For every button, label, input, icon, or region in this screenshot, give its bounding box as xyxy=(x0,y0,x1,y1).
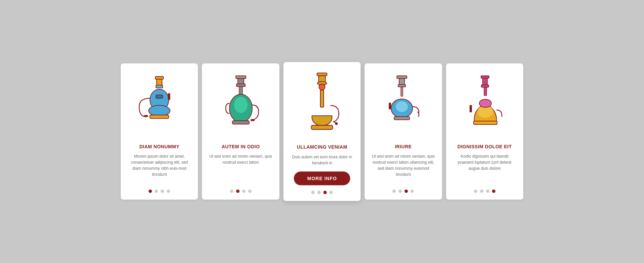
card-5-icon xyxy=(453,71,517,139)
card-4: IRIURE Ut wisi enim ad minim veniam, qui… xyxy=(365,63,442,200)
svg-rect-17 xyxy=(317,73,327,75)
dot-active xyxy=(236,190,239,193)
svg-point-14 xyxy=(234,97,248,113)
dot xyxy=(242,190,246,193)
svg-rect-27 xyxy=(401,87,403,96)
dot xyxy=(167,190,170,193)
svg-rect-1 xyxy=(157,79,162,85)
dot-active xyxy=(323,191,327,194)
dot xyxy=(480,190,483,193)
dot-active xyxy=(492,190,495,193)
svg-rect-38 xyxy=(474,121,497,124)
svg-rect-39 xyxy=(470,105,472,112)
svg-rect-7 xyxy=(144,115,148,117)
card-3: ULLAMCING VENIAM Duis autem vel eum iriu… xyxy=(283,62,361,201)
svg-rect-31 xyxy=(389,103,391,109)
svg-rect-6 xyxy=(150,115,169,118)
svg-rect-22 xyxy=(311,125,333,129)
dot xyxy=(155,190,158,193)
dot xyxy=(392,190,396,193)
card-1-title: DIAM NONUMMY xyxy=(139,144,179,149)
card-5-dots xyxy=(474,190,495,193)
svg-rect-16 xyxy=(251,119,255,121)
card-2-icon xyxy=(209,71,272,139)
dot xyxy=(411,190,414,193)
svg-point-37 xyxy=(479,99,491,107)
card-3-dots xyxy=(311,191,333,194)
card-3-desc: Duis autem vel eum iriure dolor in hendr… xyxy=(290,154,354,166)
svg-point-5 xyxy=(149,105,170,116)
svg-rect-24 xyxy=(397,76,407,78)
svg-rect-2 xyxy=(156,85,163,88)
svg-rect-9 xyxy=(236,76,246,78)
card-5: DIGNISSIM DOLOE EIT Kodio dignissim qui … xyxy=(446,63,523,200)
dot xyxy=(474,190,477,193)
dot xyxy=(311,191,315,194)
card-4-dots xyxy=(392,190,414,193)
card-4-icon xyxy=(371,71,435,139)
card-3-icon xyxy=(290,70,354,139)
svg-rect-34 xyxy=(481,85,489,87)
dot xyxy=(161,190,164,193)
dot-active xyxy=(149,190,152,193)
dot xyxy=(486,190,489,193)
card-1: DIAM NONUMMY Morem ipsum dolor sit amet,… xyxy=(121,63,198,200)
dot-active xyxy=(405,190,408,193)
svg-rect-4 xyxy=(156,95,163,98)
card-3-title: ULLAMCING VENIAM xyxy=(297,144,347,150)
dot xyxy=(329,191,333,194)
svg-rect-32 xyxy=(481,76,489,78)
svg-rect-11 xyxy=(236,84,245,87)
card-4-title: IRIURE xyxy=(395,144,412,149)
card-2-desc: Ut wisi enim ad minim veniam, quis nostr… xyxy=(209,153,272,184)
card-1-desc: Morem ipsum dolor sit amet, consectetuer… xyxy=(127,153,191,184)
card-4-desc: Ut wisi enim ad minim veniam, quis nostr… xyxy=(371,153,435,184)
svg-point-20 xyxy=(319,84,325,90)
card-2-title: AUTEM IN ODIO xyxy=(222,144,260,149)
card-5-desc: Kodio dignissim qui blandit praesent lup… xyxy=(453,153,517,184)
svg-rect-25 xyxy=(399,78,405,85)
dot xyxy=(248,190,252,193)
svg-rect-15 xyxy=(232,121,249,124)
more-info-button[interactable]: MORE INFO xyxy=(294,171,350,185)
dot xyxy=(398,190,402,193)
svg-rect-30 xyxy=(394,117,410,120)
dot xyxy=(230,190,233,193)
dot xyxy=(317,191,321,194)
svg-rect-8 xyxy=(168,93,170,100)
card-2: AUTEM IN ODIO Ut wisi enim ad minim veni… xyxy=(202,63,279,200)
svg-rect-33 xyxy=(483,78,487,85)
svg-rect-0 xyxy=(155,76,163,79)
card-1-icon xyxy=(127,71,191,139)
card-1-dots xyxy=(149,190,170,193)
card-2-dots xyxy=(230,190,252,193)
svg-rect-35 xyxy=(484,87,487,96)
card-5-title: DIGNISSIM DOLOE EIT xyxy=(458,144,512,149)
svg-rect-26 xyxy=(398,85,406,87)
svg-point-29 xyxy=(396,101,408,112)
svg-rect-21 xyxy=(320,90,324,107)
svg-rect-10 xyxy=(238,78,244,84)
cards-container: DIAM NONUMMY Morem ipsum dolor sit amet,… xyxy=(121,63,523,200)
